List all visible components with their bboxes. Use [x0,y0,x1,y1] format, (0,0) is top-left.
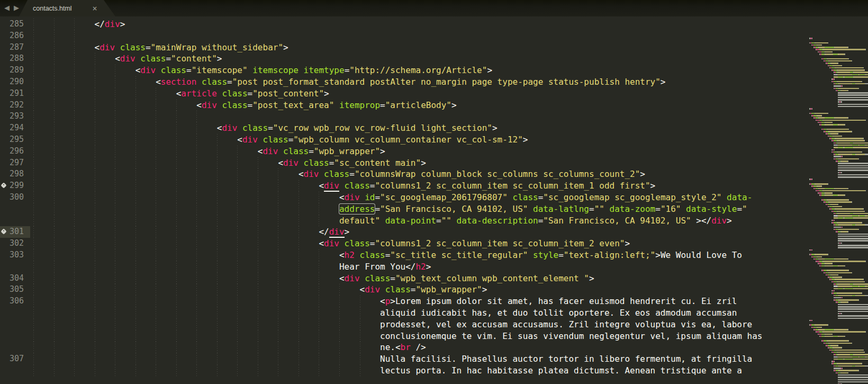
gutter-cell[interactable]: 297 [0,157,30,169]
minimap-segment [838,379,868,381]
code-row[interactable]: 302<div class="columns1_2 sc_column_item… [0,238,803,249]
token: "wpb_column vc_column_container vc_col-s… [293,135,522,145]
gutter-cell[interactable] [0,203,30,215]
code-editor[interactable]: 285</div>286287<div class="mainWrap with… [0,16,868,384]
minimap-segment [838,94,868,96]
token: < [299,169,304,179]
code-row[interactable]: aliquid iudicabit has, et duo tollit opo… [0,307,803,319]
code-row[interactable]: 297<div class="sc_content main"> [0,157,803,169]
gutter-cell[interactable] [0,319,30,331]
minimap-segment [865,83,868,85]
gutter-cell[interactable]: 294 [0,122,30,134]
gutter-cell[interactable] [0,307,30,319]
minimap-segment [838,147,843,148]
minimap-segment [854,288,868,290]
gutter-cell[interactable]: 290 [0,76,30,88]
code-row[interactable]: 290<section class="post post_format_stan… [0,76,803,88]
code-row[interactable]: prodesset, vel ex accusam accusamus. Zri… [0,319,803,331]
gutter-cell[interactable] [0,365,30,377]
code-row[interactable]: 305<div class="wpb_wrapper"> [0,284,803,296]
gutter-cell[interactable] [0,331,30,342]
gutter-cell[interactable]: 289 [0,65,30,76]
code-row[interactable]: 285</div> [0,19,803,30]
token: = [380,100,385,110]
line-number: 302 [10,238,30,249]
code-row[interactable]: 300<div id="sc_googlemap_2061796807" cla… [0,192,803,203]
gutter-cell[interactable]: 285 [0,19,30,30]
code-row[interactable]: 289<div class="itemscope" itemscope item… [0,65,803,76]
gutter-cell[interactable]: 288 [0,53,30,65]
gutter-cell[interactable]: 286 [0,30,30,42]
minimap-segment [829,343,852,344]
gutter-cell[interactable]: 307 [0,353,30,365]
code-row[interactable]: 293 [0,111,803,122]
nav-forward-icon[interactable]: ▶ [13,3,20,13]
minimap-segment [854,283,868,285]
token: = [436,216,441,226]
code-row[interactable]: lectus porta. In hac habitasse platea di… [0,365,803,377]
gutter-cell[interactable]: 293 [0,111,30,122]
gutter-cell[interactable]: 299 [0,180,30,192]
code-row[interactable]: 296<div class="wpb_wrapper"> [0,146,803,157]
minimap-segment [838,345,838,346]
code-row[interactable]: Hear From You</h2> [0,261,803,273]
token: > [650,181,656,191]
code-row[interactable]: 303<h2 class="sc_title sc_title_regular"… [0,249,803,261]
line-number: 297 [10,157,30,169]
minimap-segment [842,276,842,278]
gutter-cell[interactable] [0,215,30,227]
gutter-cell[interactable]: 296 [0,146,30,157]
code-cell: conclusionemque te vim. Ei suas vivendum… [30,331,803,342]
code-row[interactable]: 292<div class="post_text_area" itemprop=… [0,100,803,111]
minimap-segment [856,224,865,226]
gutter-cell[interactable]: 292 [0,100,30,111]
tab-contacts-html[interactable]: contacts.html × [19,0,115,16]
gutter-cell[interactable]: 300 [0,192,30,203]
code-row[interactable]: 298<div class="columnsWrap column_block … [0,168,803,180]
gutter-cell[interactable]: 295 [0,134,30,146]
minimap-segment [860,285,865,287]
gutter-cell[interactable]: 302 [0,238,30,249]
code-row[interactable]: 301</div> [0,226,803,238]
gutter-cell[interactable]: 298 [0,168,30,180]
minimap-segment [825,258,834,260]
token: "articleBody" [385,100,451,110]
code-row[interactable]: 299<div class="columns1_2 sc_column_item… [0,180,803,192]
token: article [181,88,216,99]
gutter-cell[interactable]: 301 [0,226,30,238]
code-row[interactable]: default" data-point="" data-description=… [0,215,803,227]
minimap-segment [838,104,868,105]
code-row[interactable]: conclusionemque te vim. Ei suas vivendum… [0,331,803,342]
gutter-cell[interactable] [0,261,30,273]
code-row[interactable]: 295<div class="wpb_column vc_column_cont… [0,134,803,146]
minimap[interactable] [803,33,868,384]
token: div [324,181,339,192]
code-row[interactable]: 291<article class="post_content"> [0,88,803,100]
gutter-cell[interactable]: 304 [0,273,30,284]
code-row[interactable]: address="San Francisco, CA 94102, US" da… [0,203,803,215]
minimap-segment [838,240,868,242]
code-row[interactable]: 294<div class="vc_row wpb_row vc_row-flu… [0,122,803,134]
code-row[interactable]: ne.<br /> [0,342,803,353]
code-text: <article class="post_content"> [30,88,803,100]
code-row[interactable]: 287<div class="mainWrap without_sidebar"… [0,42,803,53]
code-row[interactable]: 304<div class="wpb_text_column wpb_conte… [0,273,803,284]
nav-back-icon[interactable]: ◀ [3,3,11,13]
code-row[interactable]: 307Nulla facilisi. Phasellus auctor tort… [0,353,803,365]
minimap-segment [862,222,862,224]
token: </ [95,19,105,29]
code-row[interactable]: 286 [0,30,803,42]
minimap-segment [835,67,863,69]
minimap-segment [865,120,866,121]
gutter-cell[interactable]: 303 [0,249,30,261]
minimap-segment [833,265,838,267]
code-row[interactable]: 306<p>Lorem ipsum dolor sit amet, has fa… [0,296,803,307]
code-row[interactable]: 288<div class="content"> [0,53,803,65]
gutter-cell[interactable]: 287 [0,42,30,53]
gutter-cell[interactable]: 306 [0,296,30,307]
gutter-cell[interactable] [0,342,30,353]
tab-close-icon[interactable]: × [92,5,115,12]
gutter-cell[interactable]: 291 [0,88,30,100]
gutter-cell[interactable]: 305 [0,284,30,296]
minimap-segment [854,76,868,78]
